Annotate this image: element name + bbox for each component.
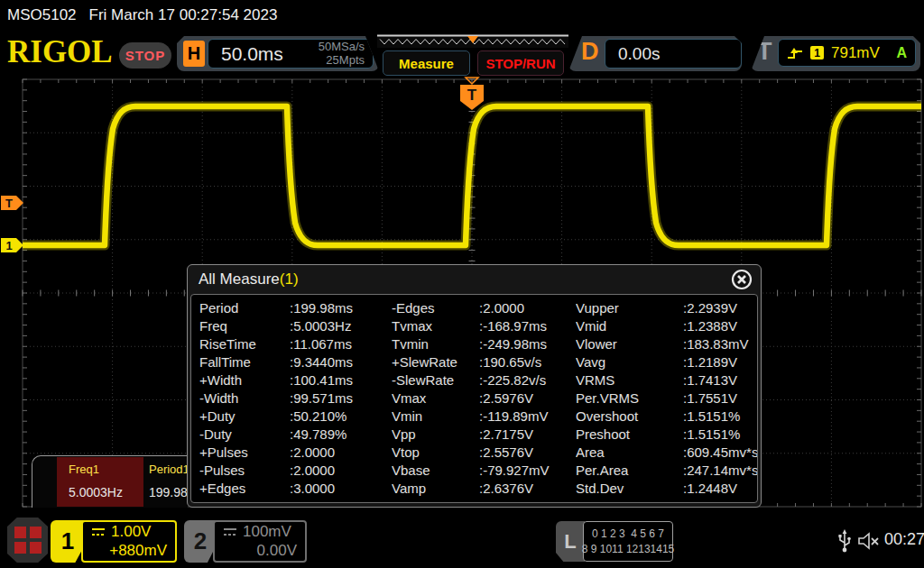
digital-channels-row1: 0 1 2 3 4 5 6 7 bbox=[592, 527, 664, 541]
speaker-muted-icon bbox=[857, 531, 881, 551]
measure-value: :1.7413V bbox=[683, 371, 757, 389]
measure-value: :-168.97ms bbox=[479, 317, 576, 335]
measurement-item-label: Freq1 bbox=[69, 463, 99, 476]
measure-value: :190.65v/s bbox=[479, 353, 576, 371]
measure-name: Per.VRMS bbox=[576, 389, 683, 408]
measure-name: -Width bbox=[199, 389, 290, 408]
measure-value: :-79.927mV bbox=[479, 462, 576, 480]
menu-button[interactable] bbox=[7, 518, 48, 563]
channel2-status-box[interactable]: 100mV 0.00V bbox=[213, 520, 307, 563]
measure-value: :1.7551V bbox=[683, 389, 757, 408]
timebase-box[interactable]: 50.0ms 50MSa/s25Mpts bbox=[208, 39, 374, 69]
measure-name: Vtop bbox=[392, 444, 479, 462]
measure-name: Vavg bbox=[576, 353, 683, 371]
measure-value: :-119.89mV bbox=[479, 408, 576, 426]
channel1-tab[interactable]: 1 bbox=[51, 520, 85, 563]
sample-rate: 50MSa/s bbox=[319, 40, 365, 53]
measure-name: +Pulses bbox=[199, 444, 290, 462]
svg-text:T: T bbox=[5, 197, 13, 210]
menu-grid-icon bbox=[14, 527, 42, 554]
measure-name: Preshoot bbox=[576, 426, 683, 444]
measure-name: Vlower bbox=[576, 335, 683, 353]
measure-name: Per.Area bbox=[576, 462, 683, 480]
datetime: Fri March 17 00:27:54 2023 bbox=[89, 6, 278, 23]
t-badge: T bbox=[757, 38, 772, 66]
memory-depth: 25Mpts bbox=[326, 53, 365, 67]
channel2-offset: 0.00V bbox=[222, 542, 297, 560]
measure-value: :1.2448V bbox=[683, 480, 757, 498]
measure-name: Overshoot bbox=[576, 408, 683, 426]
trigger-panel[interactable]: T 1 791mV A bbox=[751, 36, 920, 71]
measure-value: :2.0000 bbox=[479, 299, 576, 317]
measure-name: FallTime bbox=[199, 353, 290, 371]
svg-text:1: 1 bbox=[5, 239, 12, 252]
measure-name: Vmin bbox=[392, 408, 479, 426]
rising-edge-trigger-icon bbox=[787, 46, 803, 60]
measure-value: :-225.82v/s bbox=[479, 371, 576, 389]
measurements-table: Period:199.98ms-Edges:2.0000Vupper:2.293… bbox=[199, 299, 757, 498]
measure-value: :2.5576V bbox=[479, 444, 576, 462]
measure-value: :1.2189V bbox=[683, 353, 757, 371]
digital-channels-row2: 8 9 1011 12131415 bbox=[582, 542, 675, 556]
device-model: MSO5102 bbox=[7, 6, 77, 23]
measure-value: :2.2939V bbox=[683, 299, 757, 317]
measure-value: :11.067ms bbox=[290, 335, 392, 353]
measure-value: :3.0000 bbox=[290, 480, 392, 498]
measure-value: :199.98ms bbox=[290, 299, 392, 317]
usb-icon bbox=[837, 528, 852, 554]
measure-name: Area bbox=[576, 444, 683, 462]
measure-name: Vmid bbox=[576, 317, 683, 335]
d-badge: D bbox=[581, 38, 599, 66]
horizontal-position-bar[interactable] bbox=[377, 34, 568, 48]
trigger-level-value: 791mV bbox=[831, 44, 880, 62]
trigger-box[interactable]: 1 791mV A bbox=[778, 39, 916, 67]
measure-name: Vbase bbox=[392, 462, 479, 480]
channel1-position-flag[interactable]: 1 bbox=[1, 238, 23, 252]
measure-name: -Edges bbox=[392, 299, 479, 317]
dc-coupling-icon bbox=[90, 527, 106, 537]
delay-box[interactable]: 0.00s bbox=[605, 39, 742, 69]
measure-name: Freq bbox=[199, 317, 290, 335]
popup-title-count: (1) bbox=[280, 270, 299, 288]
oscilloscope-screen: MSO5102Fri March 17 00:27:54 2023 RIGOL … bbox=[0, 0, 924, 568]
rigol-logo: RIGOL bbox=[7, 34, 113, 70]
delay-panel[interactable]: D 0.00s bbox=[568, 36, 742, 71]
stop-run-button[interactable]: STOP/RUN bbox=[477, 50, 564, 76]
svg-text:T: T bbox=[467, 87, 477, 104]
measure-name: +Width bbox=[199, 371, 290, 389]
all-measure-popup: All Measure(1) Period:199.98ms-Edges:2.0… bbox=[187, 264, 762, 508]
close-icon[interactable] bbox=[731, 269, 753, 290]
trigger-mode: A bbox=[896, 45, 907, 61]
timebase-value: 50.0ms bbox=[208, 43, 283, 65]
horizontal-panel[interactable]: H 50.0ms 50MSa/s25Mpts bbox=[177, 36, 379, 71]
channel2-tab[interactable]: 2 bbox=[184, 520, 217, 563]
channel2-scale: 100mV bbox=[243, 523, 291, 541]
trigger-level-flag[interactable]: T bbox=[1, 196, 23, 210]
measure-value: :2.5976V bbox=[479, 389, 576, 408]
measure-name: Vpp bbox=[392, 426, 479, 444]
dc-coupling-icon bbox=[222, 527, 238, 537]
measure-value: :1.2388V bbox=[683, 317, 757, 335]
measurement-item-freq1[interactable]: Freq1 5.0003Hz bbox=[57, 457, 143, 507]
measure-value: :2.6376V bbox=[479, 480, 576, 498]
measure-name: +Edges bbox=[199, 480, 290, 498]
measure-value: :5.0003Hz bbox=[290, 317, 392, 335]
logic-analyzer-tab[interactable]: L bbox=[556, 521, 585, 562]
measure-button[interactable]: Measure bbox=[383, 50, 470, 76]
measure-name: Vmax bbox=[392, 389, 479, 408]
measure-value: :1.5151% bbox=[683, 426, 757, 444]
measure-value: :99.571ms bbox=[290, 389, 392, 408]
measure-name: -SlewRate bbox=[392, 371, 479, 389]
measure-value: :49.789% bbox=[290, 426, 392, 444]
measure-name: Vamp bbox=[392, 480, 479, 498]
channel1-status-box[interactable]: 1.00V +880mV bbox=[81, 520, 177, 563]
measure-name: Tvmax bbox=[392, 317, 479, 335]
measure-value: :2.0000 bbox=[290, 444, 392, 462]
measurement-item-value: 5.0003Hz bbox=[69, 485, 123, 499]
h-badge: H bbox=[183, 41, 205, 67]
measure-value: :609.45mv*s bbox=[683, 444, 757, 462]
measure-name: Tvmin bbox=[392, 335, 479, 353]
measure-name: Vupper bbox=[576, 299, 683, 317]
logic-analyzer-status-box[interactable]: 0 1 2 3 4 5 6 7 8 9 1011 12131415 bbox=[583, 521, 673, 562]
measure-name: Std.Dev bbox=[576, 480, 683, 498]
